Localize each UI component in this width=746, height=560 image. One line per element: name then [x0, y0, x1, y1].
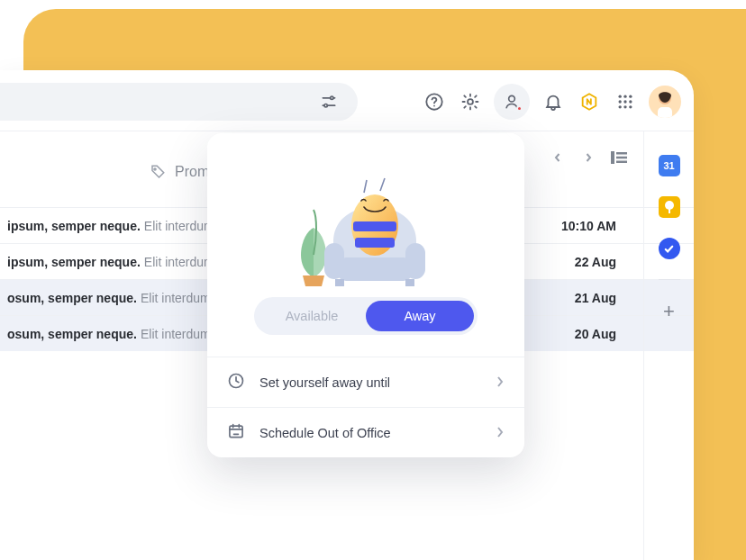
- app-window: Promo ipsum, semper neque.Elit interdum1…: [0, 70, 694, 560]
- set-away-until-option[interactable]: Set yourself away until: [207, 357, 524, 407]
- search-bar[interactable]: [0, 83, 358, 121]
- svg-rect-31: [353, 221, 396, 231]
- schedule-ooo-option[interactable]: Schedule Out of Office: [207, 408, 524, 457]
- notifications-icon[interactable]: [541, 89, 566, 114]
- rail-tasks-icon[interactable]: [659, 238, 680, 259]
- svg-point-18: [154, 168, 156, 170]
- svg-point-12: [619, 105, 622, 108]
- svg-point-1: [324, 104, 327, 107]
- status-away-option[interactable]: Away: [366, 301, 474, 331]
- svg-point-6: [619, 95, 622, 98]
- tag-icon: [150, 164, 166, 180]
- svg-rect-29: [405, 279, 414, 286]
- svg-point-7: [623, 95, 626, 98]
- rail-divider: [659, 279, 680, 280]
- message-subject-rest: Elit interdum: [141, 327, 211, 341]
- option-label: Schedule Out of Office: [259, 426, 391, 440]
- prev-page-button[interactable]: [548, 148, 568, 167]
- chevron-right-icon: [496, 375, 505, 390]
- svg-point-4: [468, 99, 473, 104]
- message-subject-rest: Elit interdum: [144, 219, 214, 233]
- header-actions: [422, 83, 681, 121]
- svg-point-3: [433, 105, 435, 107]
- rail-keep-icon[interactable]: [659, 196, 680, 218]
- svg-point-8: [629, 95, 632, 98]
- svg-rect-20: [616, 152, 627, 155]
- tune-icon[interactable]: [316, 89, 341, 114]
- message-time: 21 Aug: [575, 291, 616, 305]
- svg-point-11: [629, 100, 632, 103]
- svg-point-23: [665, 201, 674, 210]
- chevron-right-icon: [496, 426, 505, 440]
- status-available-option[interactable]: Available: [258, 301, 366, 331]
- svg-rect-21: [616, 157, 627, 159]
- account-avatar[interactable]: [649, 86, 681, 118]
- message-subject-rest: Elit interdum: [141, 291, 211, 305]
- svg-point-13: [623, 105, 626, 108]
- settings-icon[interactable]: [458, 89, 483, 114]
- message-time: 20 Aug: [575, 327, 616, 341]
- help-icon[interactable]: [422, 89, 447, 114]
- rail-calendar-icon[interactable]: 31: [659, 155, 680, 176]
- svg-rect-32: [355, 238, 395, 248]
- svg-rect-28: [335, 279, 344, 286]
- svg-rect-27: [337, 257, 413, 281]
- message-subject-rest: Elit interdum: [144, 255, 214, 269]
- brand-hex-icon[interactable]: [577, 89, 602, 114]
- message-subject-bold: osum, semper neque.: [7, 327, 137, 341]
- rail-add-button[interactable]: +: [663, 300, 675, 323]
- svg-rect-19: [611, 151, 614, 164]
- calendar-icon: [227, 422, 247, 443]
- presence-icon[interactable]: [494, 84, 530, 120]
- svg-point-9: [619, 100, 622, 103]
- svg-rect-17: [658, 107, 672, 118]
- presence-popover: Available Away Set yourself away until S…: [207, 133, 524, 457]
- message-subject-bold: ipsum, semper neque.: [7, 219, 141, 233]
- svg-point-5: [509, 95, 515, 102]
- clock-icon: [227, 372, 247, 393]
- svg-point-14: [629, 105, 632, 108]
- app-header: [0, 70, 694, 131]
- svg-rect-22: [616, 161, 627, 164]
- svg-point-10: [623, 100, 626, 103]
- apps-grid-icon[interactable]: [613, 89, 638, 114]
- svg-rect-24: [669, 209, 670, 213]
- presence-status-dot: [516, 105, 523, 112]
- svg-point-0: [331, 96, 333, 99]
- split-pane-icon[interactable]: [609, 148, 629, 167]
- option-label: Set yourself away until: [259, 375, 390, 390]
- next-page-button[interactable]: [578, 148, 598, 167]
- message-time: 10:10 AM: [561, 219, 616, 233]
- pagination-controls: [548, 148, 629, 167]
- message-subject-bold: ipsum, semper neque.: [7, 255, 141, 269]
- svg-rect-34: [230, 426, 242, 438]
- side-rail: 31 +: [643, 131, 694, 560]
- message-subject-bold: osum, semper neque.: [7, 291, 137, 305]
- away-illustration: [207, 133, 524, 286]
- status-segmented-control: Available Away: [254, 297, 478, 335]
- message-time: 22 Aug: [575, 255, 616, 269]
